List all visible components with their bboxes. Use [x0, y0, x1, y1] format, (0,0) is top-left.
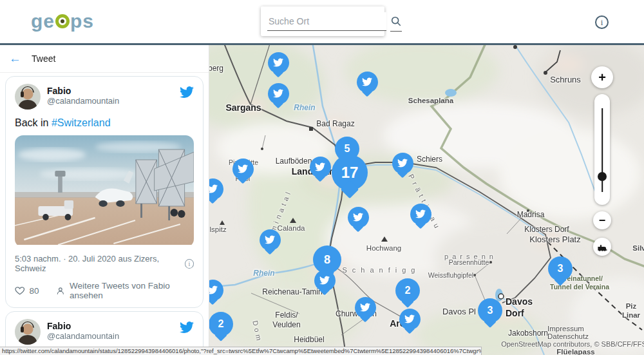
cluster-marker[interactable]: 17 [332, 155, 368, 196]
logo-o-icon [55, 14, 70, 28]
like-icon[interactable] [15, 285, 25, 296]
author-handle: @calandamountain [47, 96, 119, 106]
cluster-count: 2 [405, 285, 411, 296]
tweet-info-icon[interactable]: i [185, 259, 194, 269]
cluster-marker[interactable]: 2 [395, 278, 420, 306]
map[interactable]: rbergSargansRheinBad RagazSchrunsSchesap… [209, 45, 644, 355]
twitter-bird-icon [209, 285, 218, 295]
attribution-impressum-link[interactable]: Impressum [547, 325, 584, 332]
tweet-image[interactable] [15, 135, 194, 247]
cluster-count: 2 [218, 318, 224, 330]
twitter-bird-icon [404, 314, 415, 324]
info-icon[interactable]: i [595, 15, 609, 29]
tweet-marker[interactable] [357, 72, 378, 96]
avatar[interactable] [15, 84, 41, 110]
twitter-bird-icon[interactable] [180, 320, 194, 337]
tweet-timestamp: 5:03 nachm. · 20. Juli 2020 aus Zizers, … [15, 254, 185, 273]
panel-header: ← Tweet [0, 45, 209, 73]
tweet-text: Back in #Switzerland [15, 117, 194, 129]
attribution-links: Impressum Datenschutz [547, 325, 612, 340]
tweet-marker[interactable] [209, 280, 223, 304]
cluster-count: 3 [488, 305, 493, 316]
train-layer-button[interactable] [593, 238, 611, 256]
cluster-marker[interactable]: 2 [209, 312, 233, 340]
twitter-bird-icon [360, 302, 370, 312]
twitter-bird-icon [209, 184, 218, 194]
tweet-marker[interactable] [232, 158, 254, 183]
tweet-marker[interactable] [314, 270, 336, 294]
tweet-marker[interactable] [268, 83, 289, 108]
zoom-slider[interactable] [594, 94, 610, 205]
profile-icon [56, 286, 65, 296]
geops-logo: ge ps [31, 10, 94, 32]
cluster-count: 17 [341, 164, 359, 182]
cluster-marker[interactable]: 3 [548, 256, 573, 284]
cluster-count: 5 [345, 143, 350, 155]
twitter-bird-icon [397, 158, 408, 168]
twitter-bird-icon [319, 275, 330, 285]
attribution-datenschutz-link[interactable]: Datenschutz [547, 332, 589, 340]
train-icon [597, 242, 608, 251]
hashtag-link[interactable]: #Switzerland [52, 117, 111, 128]
twitter-bird-icon [265, 235, 275, 245]
twitter-bird-icon [415, 209, 426, 219]
zoom-out-button[interactable]: − [593, 211, 611, 229]
tweet-marker[interactable] [410, 204, 431, 228]
cluster-count: 8 [324, 253, 330, 267]
search-input[interactable] [267, 12, 386, 31]
zoom-in-button[interactable]: + [591, 66, 613, 88]
tweet-marker[interactable] [392, 153, 413, 177]
author-handle: @calandamountain [47, 331, 119, 341]
cluster-marker[interactable]: 3 [478, 298, 502, 326]
tweet-marker[interactable] [399, 309, 421, 333]
zoom-slider-handle[interactable] [598, 172, 607, 181]
twitter-bird-icon [315, 162, 325, 172]
back-arrow-icon[interactable]: ← [9, 52, 21, 66]
twitter-bird-icon [273, 88, 283, 99]
twitter-bird-icon [273, 57, 283, 68]
tweet-marker[interactable] [260, 229, 281, 254]
tweet-marker[interactable] [310, 157, 331, 181]
cluster-count: 3 [558, 263, 564, 274]
like-count: 80 [30, 286, 39, 296]
twitter-bird-icon [353, 212, 363, 222]
panel-title: Tweet [32, 53, 55, 64]
search-icon[interactable] [390, 12, 402, 32]
status-bar: https://twitter.com/calandamountain/stat… [0, 347, 482, 355]
twitter-bird-icon[interactable] [180, 85, 194, 102]
tweet-marker[interactable] [209, 178, 223, 203]
more-tweets-link[interactable]: Weitere Tweets von Fabio ansehen [70, 281, 194, 300]
search-box [261, 6, 384, 36]
twitter-bird-icon [238, 164, 248, 174]
logo-text-post: ps [70, 10, 94, 32]
logo-text-pre: ge [31, 10, 55, 32]
author-name: Fabio [47, 86, 119, 96]
app-header: ge ps i [0, 0, 644, 45]
author-name: Fabio [47, 321, 119, 331]
tweet-panel: ← Tweet Fabio @calandamountain B [0, 45, 209, 355]
tweet-marker[interactable] [268, 52, 289, 77]
tweet-marker[interactable] [355, 297, 376, 321]
tweet-marker[interactable] [348, 207, 369, 231]
avatar[interactable] [15, 319, 41, 345]
tweet-card[interactable]: Fabio @calandamountain Back in #Switzerl… [5, 76, 204, 308]
attribution-osm: OpenStreetMap contributors, © SBB/CFF/FF… [501, 340, 644, 348]
twitter-bird-icon [362, 77, 372, 87]
